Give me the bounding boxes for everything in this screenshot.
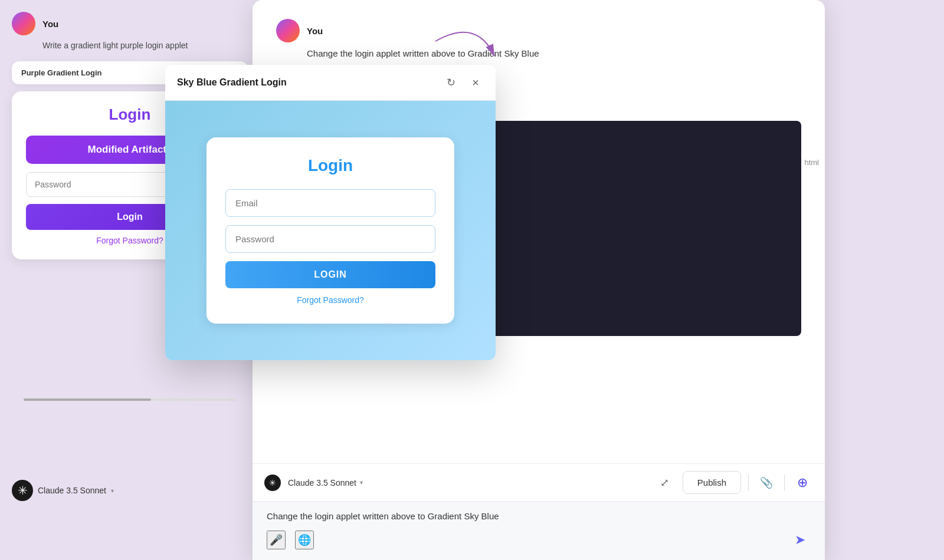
paperclip-icon: 📎 [760,476,773,489]
popup-header: Sky Blue Gradient Login ↻ × [165,65,496,101]
sky-password-input[interactable] [225,225,435,253]
bottom-claude-icon: ✳ [264,475,281,491]
html-label: html [804,158,819,167]
send-button[interactable]: ➤ [789,529,811,551]
bg-user-message: Write a gradient light purple login appl… [42,40,248,52]
input-controls: 🎤 🌐 ➤ [267,529,811,551]
bottom-model-name: Claude 3.5 Sonnet [288,478,356,487]
globe-button[interactable]: 🌐 [295,531,314,549]
bottom-chevron-icon: ▾ [360,479,363,486]
globe-icon: 🌐 [298,533,311,546]
expand-button[interactable]: ⤢ [654,472,676,493]
claude-asterisk-icon: ✳ [18,485,28,496]
bg-user-avatar [12,12,35,35]
user-message-header: You [276,19,801,42]
chat-bottom-bar: ✳ Claude 3.5 Sonnet ▾ ⤢ Publish 📎 ⊕ [253,463,825,501]
popup-header-icons: ↻ × [442,74,484,91]
popup-title: Sky Blue Gradient Login [177,77,287,88]
sky-login-button[interactable]: LOGIN [225,261,435,288]
mic-button[interactable]: 🎤 [267,531,286,549]
bg-chat-header: You [12,12,248,35]
input-area: Change the login applet written above to… [253,501,825,560]
sky-forgot-password-link[interactable]: Forgot Password? [225,295,435,305]
refresh-icon: ↻ [447,76,455,89]
plus-circle-button[interactable]: ⊕ [792,472,813,493]
publish-button[interactable]: Publish [683,471,741,494]
bg-username: You [42,19,58,29]
sky-email-input[interactable] [225,189,435,217]
popup-refresh-button[interactable]: ↻ [442,74,459,91]
user-chat-message: You Change the login applet written abov… [276,19,801,61]
bottom-claude-asterisk: ✳ [269,478,276,487]
sky-login-card: Login LOGIN Forgot Password? [206,137,454,324]
popup-content: Login LOGIN Forgot Password? [165,101,496,360]
sky-blue-popup: Sky Blue Gradient Login ↻ × Login LOGIN … [165,65,496,360]
bg-claude-icon: ✳ [12,480,33,501]
user-name-label: You [307,26,323,36]
popup-close-button[interactable]: × [467,74,484,91]
scroll-bar [24,398,236,401]
paperclip-button[interactable]: 📎 [756,472,777,493]
sky-login-title: Login [225,156,435,175]
user-message-text: Change the login applet written above to… [307,47,801,61]
bg-chevron-icon: ▾ [111,487,114,494]
bg-model-name: Claude 3.5 Sonnet [38,486,106,495]
close-icon: × [472,76,479,90]
input-message-text: Change the login applet written above to… [267,511,811,521]
scroll-thumb [24,398,151,401]
divider-2 [784,475,785,491]
divider [748,475,749,491]
user-avatar [276,19,300,42]
expand-icon: ⤢ [660,476,669,489]
bottom-model-selector[interactable]: Claude 3.5 Sonnet ▾ [288,478,363,487]
plus-circle-icon: ⊕ [797,475,808,490]
send-icon: ➤ [795,532,805,548]
bg-model-selector[interactable]: ✳ Claude 3.5 Sonnet ▾ [12,480,114,501]
mic-icon: 🎤 [270,533,283,546]
